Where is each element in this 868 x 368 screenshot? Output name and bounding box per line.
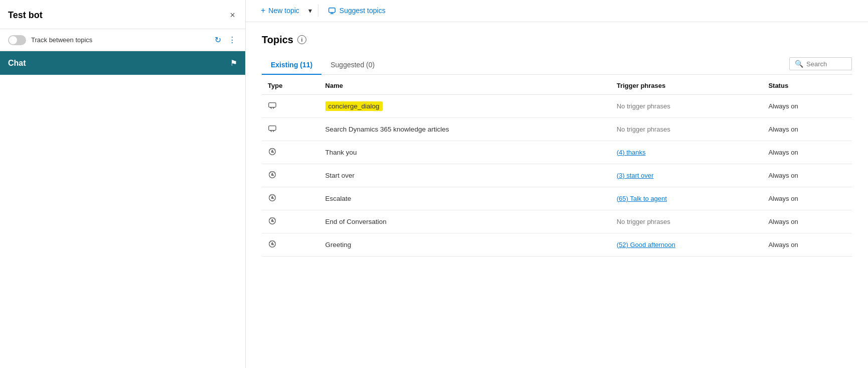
status-cell: Always on bbox=[762, 164, 852, 187]
top-toolbar: + New topic ▾ Suggest topics bbox=[246, 0, 868, 22]
name-cell: Search Dynamics 365 knowledge articles bbox=[319, 117, 611, 141]
topics-table: Type Name Trigger phrases Status concier… bbox=[262, 75, 852, 257]
type-cell bbox=[262, 210, 319, 233]
col-name: Name bbox=[319, 75, 611, 95]
trigger-cell: No trigger phrases bbox=[611, 210, 763, 233]
trigger-none: No trigger phrases bbox=[617, 102, 670, 110]
name-cell[interactable]: concierge_dialog bbox=[319, 94, 611, 117]
trigger-cell: No trigger phrases bbox=[611, 117, 763, 141]
chat-title: Chat bbox=[8, 59, 26, 68]
type-cell bbox=[262, 141, 319, 164]
table-row: Start over(3) start overAlways on bbox=[262, 164, 852, 187]
table-row: Greeting(52) Good afternoonAlways on bbox=[262, 233, 852, 256]
status-cell: Always on bbox=[762, 210, 852, 233]
status-badge: Always on bbox=[768, 218, 798, 225]
trigger-cell: (65) Talk to agent bbox=[611, 187, 763, 210]
bot-title: Test bot bbox=[8, 10, 43, 21]
tab-suggested[interactable]: Suggested (0) bbox=[321, 56, 384, 75]
track-label: Track between topics bbox=[31, 36, 209, 44]
track-icons: ↻ ⋮ bbox=[214, 34, 237, 46]
svg-rect-0 bbox=[329, 8, 335, 12]
status-cell: Always on bbox=[762, 141, 852, 164]
system-icon bbox=[268, 193, 277, 202]
trigger-cell: No trigger phrases bbox=[611, 94, 763, 117]
type-cell bbox=[262, 233, 319, 256]
search-icon: 🔍 bbox=[795, 60, 803, 68]
right-panel: + New topic ▾ Suggest topics Topics i bbox=[246, 0, 868, 368]
status-badge: Always on bbox=[768, 172, 798, 179]
status-cell: Always on bbox=[762, 94, 852, 117]
system-icon bbox=[268, 170, 277, 179]
search-box: 🔍 bbox=[789, 57, 852, 70]
status-badge: Always on bbox=[768, 241, 798, 249]
table-row: Search Dynamics 365 knowledge articlesNo… bbox=[262, 117, 852, 141]
refresh-button[interactable]: ↻ bbox=[214, 34, 222, 46]
trigger-link[interactable]: (52) Good afternoon bbox=[617, 241, 675, 249]
trigger-link[interactable]: (4) thanks bbox=[617, 149, 646, 156]
topics-title: Topics bbox=[262, 34, 293, 46]
name-cell: Start over bbox=[319, 164, 611, 187]
suggest-topics-label: Suggest topics bbox=[339, 7, 386, 15]
status-cell: Always on bbox=[762, 117, 852, 141]
flag-icon: ⚑ bbox=[230, 58, 237, 68]
trigger-cell: (4) thanks bbox=[611, 141, 763, 164]
col-type: Type bbox=[262, 75, 319, 95]
name-cell: Escalate bbox=[319, 187, 611, 210]
name-cell: Thank you bbox=[319, 141, 611, 164]
new-topic-button[interactable]: + New topic bbox=[256, 3, 304, 18]
trigger-link[interactable]: (65) Talk to agent bbox=[617, 195, 667, 202]
trigger-cell: (52) Good afternoon bbox=[611, 233, 763, 256]
table-row: End of ConversationNo trigger phrasesAlw… bbox=[262, 210, 852, 233]
status-badge: Always on bbox=[768, 126, 798, 133]
status-badge: Always on bbox=[768, 195, 798, 202]
dialog-icon bbox=[268, 101, 277, 110]
more-icon: ⋮ bbox=[228, 36, 236, 44]
type-cell bbox=[262, 187, 319, 210]
track-row: Track between topics ↻ ⋮ bbox=[0, 29, 245, 51]
status-cell: Always on bbox=[762, 233, 852, 256]
more-options-button[interactable]: ⋮ bbox=[227, 34, 237, 46]
dropdown-button[interactable]: ▾ bbox=[306, 4, 314, 18]
left-header: Test bot × bbox=[0, 0, 245, 29]
trigger-none: No trigger phrases bbox=[617, 218, 670, 225]
search-input[interactable] bbox=[806, 60, 846, 68]
info-icon[interactable]: i bbox=[297, 35, 306, 44]
status-cell: Always on bbox=[762, 187, 852, 210]
type-cell bbox=[262, 94, 319, 117]
status-badge: Always on bbox=[768, 102, 798, 110]
svg-rect-1 bbox=[269, 102, 276, 107]
tabs-row: Existing (11) Suggested (0) 🔍 bbox=[262, 56, 852, 75]
table-row: Escalate(65) Talk to agentAlways on bbox=[262, 187, 852, 210]
table-header-row: Type Name Trigger phrases Status bbox=[262, 75, 852, 95]
type-cell bbox=[262, 164, 319, 187]
left-panel: Test bot × Track between topics ↻ ⋮ Chat… bbox=[0, 0, 246, 368]
trigger-cell: (3) start over bbox=[611, 164, 763, 187]
system-icon bbox=[268, 147, 277, 156]
table-row: concierge_dialogNo trigger phrasesAlways… bbox=[262, 94, 852, 117]
trigger-none: No trigger phrases bbox=[617, 126, 670, 133]
track-toggle[interactable] bbox=[8, 35, 26, 45]
chat-header: Chat ⚑ bbox=[0, 51, 245, 75]
topics-section: Topics i Existing (11) Suggested (0) 🔍 T… bbox=[246, 22, 868, 368]
highlighted-name: concierge_dialog bbox=[325, 101, 383, 111]
system-icon bbox=[268, 239, 277, 249]
col-status: Status bbox=[762, 75, 852, 95]
name-cell: End of Conversation bbox=[319, 210, 611, 233]
name-cell: Greeting bbox=[319, 233, 611, 256]
chevron-down-icon: ▾ bbox=[308, 7, 312, 15]
type-cell bbox=[262, 117, 319, 141]
tab-existing[interactable]: Existing (11) bbox=[262, 56, 321, 75]
suggest-icon bbox=[327, 6, 336, 16]
toolbar-divider bbox=[318, 5, 318, 17]
topics-heading: Topics i bbox=[262, 34, 852, 46]
plus-icon: + bbox=[261, 6, 265, 15]
trigger-link[interactable]: (3) start over bbox=[617, 172, 654, 179]
tabs-left: Existing (11) Suggested (0) bbox=[262, 56, 384, 74]
new-topic-label: New topic bbox=[268, 7, 299, 15]
col-trigger: Trigger phrases bbox=[611, 75, 763, 95]
close-button[interactable]: × bbox=[228, 8, 237, 23]
svg-rect-2 bbox=[269, 126, 276, 130]
system-icon bbox=[268, 216, 277, 225]
suggest-topics-button[interactable]: Suggest topics bbox=[322, 3, 391, 19]
table-row: Thank you(4) thanksAlways on bbox=[262, 141, 852, 164]
